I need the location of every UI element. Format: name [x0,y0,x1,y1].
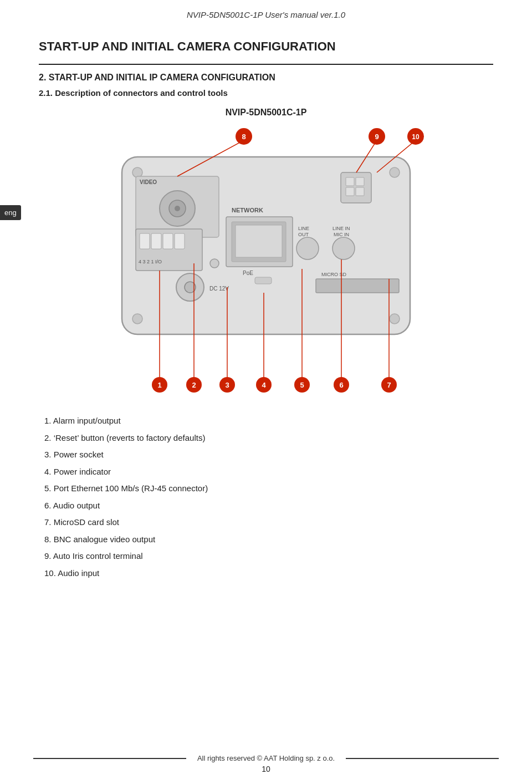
svg-rect-11 [140,233,150,249]
svg-text:OUT: OUT [298,232,309,237]
desc-item-1: 1. Alarm input/output [44,415,493,427]
language-tab: eng [0,205,21,220]
footer-text: All rights reserved © AAT Holding sp. z … [197,754,335,762]
footer-line-left [33,758,186,759]
desc-item-10: 10. Audio input [44,567,493,580]
svg-text:9: 9 [375,133,378,141]
svg-text:10: 10 [412,133,420,141]
svg-rect-35 [356,177,364,186]
page-main-title: START-UP AND INITIAL CAMERA CONFIGURATIO… [39,39,493,54]
section-divider [39,64,493,65]
svg-rect-36 [346,187,354,196]
descriptions-list: 1. Alarm input/output 2. ‘Reset’ button … [44,415,493,579]
svg-text:5: 5 [300,381,304,389]
svg-text:4  3  2  1  I/O: 4 3 2 1 I/O [139,259,162,264]
page-header: NVIP-5DN5001C-1P User's manual ver.1.0 [0,0,532,25]
svg-point-30 [332,237,355,259]
svg-text:7: 7 [387,381,391,389]
svg-rect-13 [163,233,173,249]
desc-item-6: 6. Audio output [44,500,493,512]
svg-text:3: 3 [225,381,229,389]
svg-text:LINE IN: LINE IN [332,226,350,231]
svg-point-16 [210,259,219,268]
svg-rect-39 [316,279,399,293]
svg-text:DC 12V: DC 12V [209,286,229,292]
subsection-title: 2.1. Description of connectors and contr… [39,88,493,98]
camera-diagram: VIDEO 4 3 2 1 I/O DC 12V NETWORK [78,126,454,398]
desc-item-5: 5. Port Ethernet 100 Mb/s (RJ-45 connect… [44,482,493,495]
svg-point-4 [390,314,400,324]
svg-text:MICRO SD: MICRO SD [321,272,347,277]
desc-item-4: 4. Power indicator [44,466,493,478]
svg-point-27 [296,237,319,259]
header-title: NVIP-5DN5001C-1P User's manual ver.1.0 [187,10,345,19]
diagram-title: NVIP-5DN5001C-1P [39,108,493,118]
svg-point-2 [390,167,400,177]
page-footer: All rights reserved © AAT Holding sp. z … [0,754,532,762]
svg-rect-23 [236,225,282,257]
desc-item-7: 7. MicroSD card slot [44,516,493,529]
desc-item-2: 2. ‘Reset’ button (reverts to factory de… [44,432,493,445]
page-number: 10 [0,765,532,773]
diagram-container: VIDEO 4 3 2 1 I/O DC 12V NETWORK [39,126,493,398]
desc-item-9: 9. Auto Iris control terminal [44,550,493,563]
svg-point-3 [132,314,142,324]
svg-rect-37 [356,187,364,196]
svg-rect-12 [151,233,161,249]
footer-line-right [346,758,499,759]
svg-rect-14 [175,233,185,249]
svg-text:VIDEO: VIDEO [140,179,157,185]
svg-text:MIC IN: MIC IN [334,232,349,237]
svg-text:8: 8 [242,133,245,141]
svg-text:2: 2 [192,381,196,389]
svg-rect-34 [346,177,354,186]
desc-item-8: 8. BNC analogue video output [44,533,493,546]
svg-text:LINE: LINE [298,226,309,231]
svg-text:PoE: PoE [243,270,253,276]
svg-text:1: 1 [157,381,161,389]
svg-point-9 [175,206,180,211]
svg-text:NETWORK: NETWORK [232,207,263,213]
svg-text:6: 6 [339,381,343,389]
main-content: START-UP AND INITIAL CAMERA CONFIGURATIO… [0,25,532,606]
svg-rect-70 [255,277,272,284]
section-title: 2. START-UP AND INITIAL IP CAMERA CONFIG… [39,73,493,83]
desc-item-3: 3. Power socket [44,449,493,461]
svg-text:4: 4 [262,381,266,389]
